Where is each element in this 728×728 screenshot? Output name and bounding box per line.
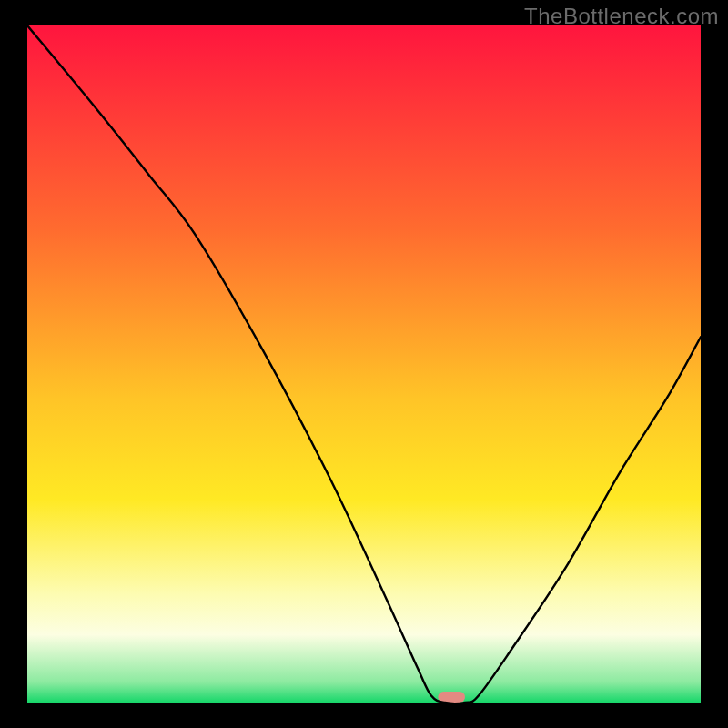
optimum-marker — [438, 692, 465, 703]
chart-frame: TheBottleneck.com — [0, 0, 728, 728]
chart-svg — [27, 25, 701, 703]
watermark-text: TheBottleneck.com — [524, 4, 719, 29]
bottleneck-chart — [27, 25, 701, 703]
chart-background — [27, 25, 701, 703]
